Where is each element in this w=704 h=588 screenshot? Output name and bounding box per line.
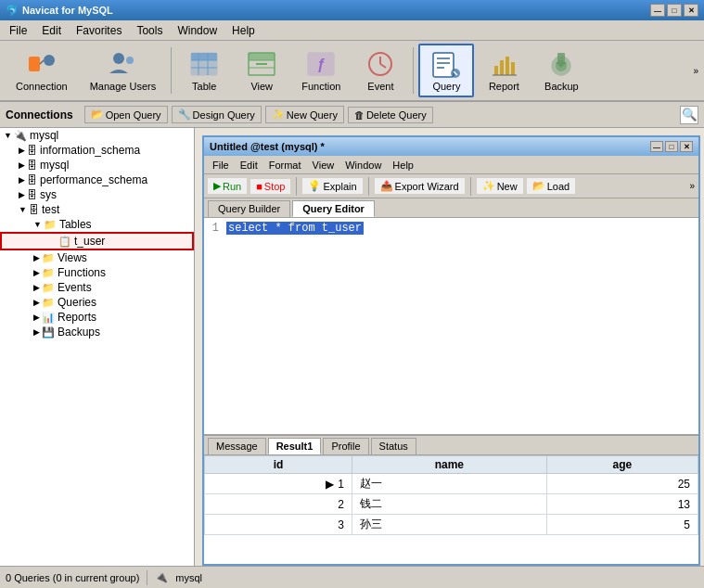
run-icon: ▶: [213, 180, 221, 192]
menu-favorites[interactable]: Favorites: [70, 22, 127, 39]
toolbar-table[interactable]: Table: [176, 44, 232, 97]
qwin-menu-format[interactable]: Format: [264, 159, 306, 172]
query-toolbar: ▶ Run ■ Stop 💡 Explain 📤 Export Wizard: [204, 174, 698, 198]
event-icon: [365, 49, 395, 79]
cell-id-3: 3: [205, 515, 352, 535]
tree-db-test[interactable]: ▼ 🗄 test: [0, 202, 194, 217]
table-row[interactable]: 2 钱二 13: [205, 494, 698, 515]
qwin-maximize[interactable]: □: [665, 141, 678, 152]
tree-table-t_user[interactable]: ▶ 📋 t_user: [0, 232, 194, 250]
event-label: Event: [367, 81, 393, 92]
function-icon: ƒ: [306, 49, 336, 79]
tree-folder-views[interactable]: ▶ 📁 Views: [0, 250, 194, 265]
expand-sys[interactable]: ▶: [19, 190, 25, 199]
toolbar-function[interactable]: ƒ Function: [291, 44, 351, 97]
tree-folder-events[interactable]: ▶ 📁 Events: [0, 280, 194, 295]
menu-file[interactable]: File: [4, 22, 32, 39]
toolbar-more[interactable]: »: [693, 66, 698, 76]
new-query-button[interactable]: ✨ New Query: [265, 106, 344, 123]
qwin-menu-edit[interactable]: Edit: [236, 159, 262, 172]
expand-perf_schema[interactable]: ▶: [19, 175, 25, 185]
menu-window[interactable]: Window: [172, 22, 223, 39]
tab-status[interactable]: Status: [371, 438, 416, 454]
new-icon: ✨: [482, 180, 495, 192]
qwin-toolbar-more[interactable]: »: [689, 181, 695, 191]
menu-tools[interactable]: Tools: [131, 22, 168, 39]
connections-label: Connections: [6, 109, 73, 121]
sidebar: ▼ 🔌 mysql ▶ 🗄 information_schema ▶ 🗄 mys…: [0, 128, 195, 566]
toolbar-backup[interactable]: Backup: [533, 44, 589, 97]
expand-backups[interactable]: ▶: [33, 327, 40, 337]
query-label: Query: [432, 81, 460, 92]
run-button[interactable]: ▶ Run: [208, 178, 247, 194]
load-button[interactable]: 📂 Load: [527, 178, 575, 194]
expand-tables[interactable]: ▼: [33, 220, 42, 229]
tree-db-performance_schema[interactable]: ▶ 🗄 performance_schema: [0, 173, 194, 187]
qwin-menu-window[interactable]: Window: [340, 159, 386, 172]
close-button[interactable]: ✕: [684, 4, 698, 17]
tab-message[interactable]: Message: [208, 438, 266, 454]
table-row[interactable]: 1 赵一 25: [205, 474, 698, 494]
qwin-close[interactable]: ✕: [680, 141, 693, 152]
minimize-button[interactable]: —: [650, 4, 665, 17]
toolbar-manage-users[interactable]: Manage Users: [80, 44, 167, 97]
tree-db-information_schema[interactable]: ▶ 🗄 information_schema: [0, 143, 194, 158]
toolbar-view[interactable]: View: [234, 44, 289, 97]
expand-reports[interactable]: ▶: [33, 313, 40, 322]
tree-connection-mysql[interactable]: ▼ 🔌 mysql: [0, 128, 194, 143]
col-header-name: name: [352, 456, 547, 474]
qwin-menu-help[interactable]: Help: [388, 159, 418, 172]
qtoolbar-sep-2: [368, 177, 369, 196]
expand-functions[interactable]: ▶: [33, 268, 40, 277]
events-folder-label: Events: [58, 281, 92, 294]
design-query-button[interactable]: 🔧 Design Query: [172, 106, 262, 123]
code-line-1[interactable]: select * from t_user: [226, 222, 364, 235]
tab-query-builder[interactable]: Query Builder: [208, 200, 290, 217]
views-folder-icon: 📁: [42, 252, 55, 264]
toolbar-event[interactable]: Event: [352, 44, 408, 97]
svg-rect-28: [506, 57, 509, 75]
menu-edit[interactable]: Edit: [36, 22, 67, 39]
expand-test[interactable]: ▼: [19, 205, 27, 214]
code-area[interactable]: select * from t_user: [226, 222, 695, 430]
svg-point-3: [113, 53, 124, 64]
toolbar-report[interactable]: Report: [476, 44, 531, 97]
cell-name-3: 孙三: [352, 515, 547, 535]
qwin-menu-file[interactable]: File: [208, 159, 234, 172]
expand-mysql[interactable]: ▼: [4, 131, 12, 140]
explain-button[interactable]: 💡 Explain: [302, 178, 362, 194]
maximize-button[interactable]: □: [667, 4, 682, 17]
tree-db-mysql[interactable]: ▶ 🗄 mysql: [0, 158, 194, 173]
report-label: Report: [489, 81, 519, 92]
query-editor[interactable]: 1 select * from t_user: [204, 218, 698, 434]
tree-folder-functions[interactable]: ▶ 📁 Functions: [0, 265, 194, 280]
table-row[interactable]: 3 孙三 5: [205, 515, 698, 535]
tree-folder-backups[interactable]: ▶ 💾 Backups: [0, 325, 194, 339]
expand-events[interactable]: ▶: [33, 283, 40, 292]
tab-result1[interactable]: Result1: [268, 438, 322, 454]
toolbar-query[interactable]: Query: [418, 44, 474, 97]
toolbar-connection[interactable]: Connection: [6, 44, 78, 97]
delete-query-button[interactable]: 🗑 Delete Query: [348, 107, 433, 123]
expand-mysql-db[interactable]: ▶: [19, 160, 25, 170]
menu-help[interactable]: Help: [226, 22, 261, 39]
expand-queries[interactable]: ▶: [33, 298, 40, 307]
tree-folder-tables[interactable]: ▼ 📁 Tables: [0, 217, 194, 232]
qwin-menu-view[interactable]: View: [308, 159, 339, 172]
qwin-minimize[interactable]: —: [650, 141, 663, 152]
expand-info_schema[interactable]: ▶: [19, 146, 25, 155]
tree-folder-reports[interactable]: ▶ 📊 Reports: [0, 310, 194, 325]
new-button[interactable]: ✨ New: [477, 178, 523, 194]
stop-button[interactable]: ■ Stop: [250, 179, 290, 194]
tree-db-sys[interactable]: ▶ 🗄 sys: [0, 187, 194, 202]
open-query-button[interactable]: 📂 Open Query: [84, 106, 168, 123]
expand-views[interactable]: ▶: [33, 253, 40, 262]
views-folder-label: Views: [58, 251, 87, 264]
export-wizard-button[interactable]: 📤 Export Wizard: [375, 178, 465, 194]
tree-folder-queries[interactable]: ▶ 📁 Queries: [0, 295, 194, 310]
tab-query-editor[interactable]: Query Editor: [292, 200, 375, 217]
search-button[interactable]: 🔍: [680, 106, 698, 124]
tab-profile[interactable]: Profile: [323, 438, 368, 454]
db-icon-perf_schema: 🗄: [27, 174, 37, 185]
query-icon: [431, 49, 461, 79]
